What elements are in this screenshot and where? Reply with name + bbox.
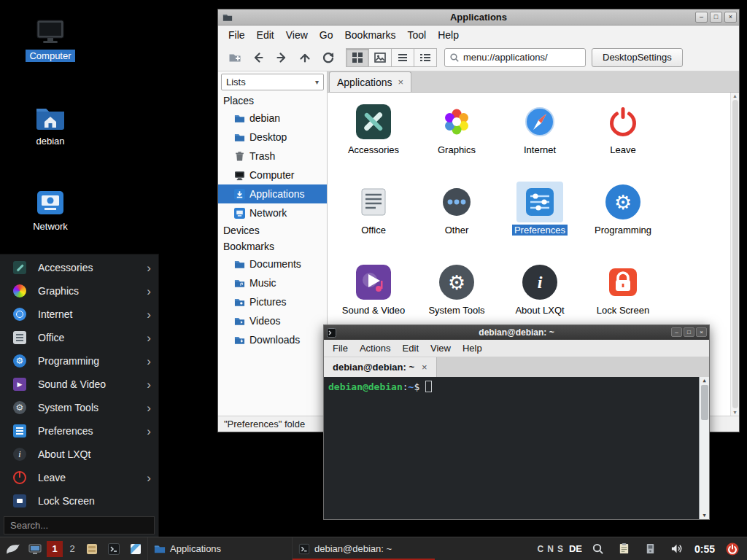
compact-view-button[interactable]: [391, 48, 414, 67]
fm-item-preferences[interactable]: Preferences: [498, 182, 581, 262]
accessories-icon: [356, 104, 391, 139]
desktop-icon-computer[interactable]: Computer: [19, 18, 82, 62]
term-menu-actions[interactable]: Actions: [354, 341, 397, 355]
sidebar-mode-combo[interactable]: Lists ▾: [221, 74, 324, 90]
app-menu-item-about-lxqt[interactable]: About LXQt: [0, 443, 158, 466]
app-menu-item-accessories[interactable]: Accessories ›: [0, 256, 158, 279]
desktop-icon-debian[interactable]: debian: [19, 103, 82, 147]
back-button[interactable]: [247, 47, 269, 68]
place-debian[interactable]: debian: [218, 109, 327, 128]
fm-item-other[interactable]: Other: [415, 182, 498, 262]
workspace-2-button[interactable]: 2: [64, 541, 80, 557]
forward-button[interactable]: [271, 47, 293, 68]
fm-menu-tool[interactable]: Tool: [402, 27, 433, 43]
fm-menu-help[interactable]: Help: [432, 27, 465, 43]
bookmarks-header[interactable]: Bookmarks: [218, 238, 327, 254]
new-tab-button[interactable]: [224, 47, 246, 68]
devices-header[interactable]: Devices: [218, 222, 327, 238]
bookmark-pictures[interactable]: Pictures: [218, 292, 327, 311]
tab-close-icon[interactable]: ×: [422, 362, 427, 373]
show-desktop-button[interactable]: [25, 539, 45, 559]
term-menu-view[interactable]: View: [425, 341, 457, 355]
thumbnail-view-button[interactable]: [368, 48, 392, 67]
app-menu-item-programming[interactable]: Programming ›: [0, 349, 158, 373]
place-desktop[interactable]: Desktop: [218, 128, 327, 147]
task-applications[interactable]: Applications: [147, 537, 290, 560]
close-button[interactable]: ×: [696, 327, 707, 337]
bookmark-documents[interactable]: Documents: [218, 254, 327, 273]
workspace-1-button[interactable]: 1: [47, 541, 63, 557]
close-button[interactable]: ×: [724, 12, 737, 23]
scroll-thumb[interactable]: [701, 385, 708, 420]
terminal-launcher[interactable]: [104, 539, 124, 559]
term-menu-edit[interactable]: Edit: [397, 341, 425, 355]
app-menu-item-preferences[interactable]: Preferences ›: [0, 419, 158, 443]
app-menu-item-graphics[interactable]: Graphics ›: [0, 279, 158, 303]
place-network[interactable]: Network: [218, 203, 327, 222]
fm-item-graphics[interactable]: Graphics: [415, 101, 498, 182]
search-input[interactable]: [4, 520, 154, 531]
fm-menu-bookmarks[interactable]: Bookmarks: [338, 27, 401, 43]
app-menu-item-lock-screen[interactable]: Lock Screen: [0, 489, 158, 513]
icon-view-button[interactable]: [346, 48, 369, 67]
desktop-settings-button[interactable]: DesktopSettings: [592, 48, 683, 67]
place-applications[interactable]: Applications: [218, 184, 327, 203]
terminal-tab[interactable]: debian@debian: ~ ×: [324, 357, 437, 377]
clock[interactable]: 0:55: [694, 543, 715, 555]
fm-menu-view[interactable]: View: [280, 27, 314, 43]
volume-tray-icon[interactable]: [667, 539, 687, 559]
scroll-down-icon[interactable]: ▼: [732, 410, 738, 415]
scroll-down-icon[interactable]: ▼: [703, 513, 705, 518]
file-manager-launcher[interactable]: [82, 539, 102, 559]
fm-item-programming[interactable]: ⚙ Programming: [581, 182, 665, 262]
term-menu-help[interactable]: Help: [457, 341, 488, 355]
minimize-button[interactable]: –: [695, 12, 708, 23]
fm-titlebar[interactable]: Applications – □ ×: [218, 9, 739, 26]
fm-menu-edit[interactable]: Edit: [251, 27, 280, 43]
app-menu-item-system-tools[interactable]: System Tools ›: [0, 396, 158, 419]
tab-close-icon[interactable]: ×: [398, 77, 404, 88]
graphics-icon: [439, 104, 474, 139]
app-menu-item-internet[interactable]: Internet ›: [0, 303, 158, 326]
terminal-scrollbar[interactable]: ▲ ▼: [699, 377, 709, 519]
bookmark-downloads[interactable]: Downloads: [218, 330, 327, 349]
term-menu-file[interactable]: File: [327, 341, 354, 355]
up-button[interactable]: [294, 47, 316, 68]
task-terminal[interactable]: debian@debian: ~: [292, 537, 435, 560]
power-button[interactable]: [722, 539, 743, 559]
desktop-icon-network[interactable]: Network: [19, 188, 82, 233]
fm-menu-file[interactable]: File: [222, 27, 251, 43]
scroll-up-icon[interactable]: ▲: [703, 378, 705, 384]
text-editor-launcher[interactable]: [125, 539, 146, 559]
places-header[interactable]: Places: [218, 93, 327, 109]
scroll-thumb[interactable]: [732, 100, 738, 408]
fm-scrollbar[interactable]: ▲ ▼: [730, 93, 739, 416]
scroll-up-icon[interactable]: ▲: [732, 93, 738, 98]
place-trash[interactable]: Trash: [218, 147, 327, 166]
minimize-button[interactable]: –: [671, 327, 682, 337]
maximize-button[interactable]: □: [684, 327, 694, 337]
bookmark-music[interactable]: Music: [218, 273, 327, 292]
fm-item-leave[interactable]: Leave: [581, 101, 665, 182]
fm-item-office[interactable]: Office: [332, 182, 415, 262]
place-computer[interactable]: Computer: [218, 166, 327, 184]
terminal-output[interactable]: debian@debian:~$ ▲ ▼: [324, 377, 709, 519]
refresh-button[interactable]: [317, 47, 339, 68]
keyboard-indicator[interactable]: C N S DE: [538, 543, 582, 554]
maximize-button[interactable]: □: [710, 12, 722, 23]
app-menu-item-sound-video[interactable]: Sound & Video ›: [0, 373, 158, 396]
magnifier-tray-icon[interactable]: [588, 539, 608, 559]
app-menu-item-leave[interactable]: Leave ›: [0, 466, 158, 489]
fm-item-accessories[interactable]: Accessories: [332, 101, 415, 182]
fm-menu-go[interactable]: Go: [314, 27, 339, 43]
removable-media-tray-icon[interactable]: [640, 539, 661, 559]
clipboard-tray-icon[interactable]: [614, 539, 635, 559]
fm-item-internet[interactable]: Internet: [498, 101, 581, 182]
app-menu-button[interactable]: [3, 539, 23, 559]
detail-view-button[interactable]: [414, 48, 437, 67]
fm-tab-applications[interactable]: Applications ×: [329, 71, 411, 92]
path-bar[interactable]: menu://applications/: [444, 48, 586, 67]
app-menu-item-office[interactable]: Office ›: [0, 326, 158, 349]
bookmark-videos[interactable]: Videos: [218, 311, 327, 330]
terminal-titlebar[interactable]: debian@debian: ~ – □ ×: [324, 325, 709, 340]
